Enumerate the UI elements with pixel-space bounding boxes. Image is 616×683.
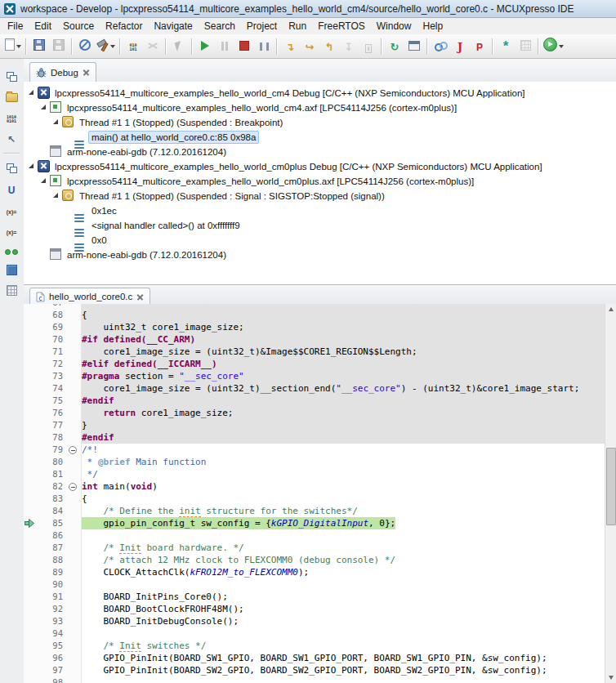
code-line-87[interactable]: 87 /* Init board hardware. */	[24, 542, 605, 554]
debug-tree-row[interactable]: lpcxpresso54114_multicore_examples_hello…	[24, 173, 616, 188]
line-number[interactable]: 81	[24, 468, 63, 480]
save-button[interactable]	[29, 37, 49, 56]
code-line-79[interactable]: 79/*!	[24, 444, 605, 456]
line-number[interactable]: 90	[24, 578, 63, 591]
debug-tree-row[interactable]: lpcxpresso54114_multicore_examples_hello…	[24, 158, 616, 173]
suspend-button[interactable]	[215, 37, 234, 56]
restart-button[interactable]: ↻	[385, 37, 404, 56]
line-number[interactable]: 71	[24, 346, 63, 358]
memory-view-button[interactable]: 10100101	[0, 109, 23, 127]
code-line-97[interactable]: 97 GPIO_PinInit(BOARD_SW2_GPIO, BOARD_SW…	[24, 664, 605, 676]
line-number[interactable]: 91	[24, 591, 63, 603]
linkserver-debug-button[interactable]	[431, 37, 450, 56]
dropdown-arrow-icon[interactable]	[559, 45, 564, 48]
line-number[interactable]: 93	[24, 615, 63, 627]
expand-arrow-icon[interactable]	[41, 105, 46, 109]
code-line-91[interactable]: 91 BOARD_InitPins_Core0();	[24, 591, 605, 603]
resume-button[interactable]	[195, 37, 215, 56]
terminate-button[interactable]	[234, 37, 254, 56]
restore-view-button[interactable]	[0, 69, 23, 87]
line-number[interactable]: 73	[24, 370, 63, 382]
expressions-view-button[interactable]: (x)=	[0, 221, 23, 239]
config-tools-button[interactable]: *	[496, 37, 516, 56]
code-line-80[interactable]: 80 * @brief Main function	[24, 456, 605, 468]
code-line-93[interactable]: 93 BOARD_InitDebugConsole();	[24, 615, 605, 627]
code-line-72[interactable]: 72#elif defined(__ICCARM__)	[24, 358, 605, 370]
debug-tree-row[interactable]: Thread #1 1 (Stopped) (Suspended : Break…	[24, 114, 616, 129]
step-into-button[interactable]: ↴	[280, 37, 300, 56]
debug-tree-row[interactable]: lpcxpresso54114_multicore_examples_hello…	[24, 85, 616, 100]
line-number[interactable]: 69	[24, 321, 63, 333]
expand-arrow-icon[interactable]	[53, 193, 58, 198]
code-line-92[interactable]: 92 BOARD_BootClockFROHF48M();	[24, 603, 605, 615]
line-number[interactable]: 78	[24, 431, 63, 444]
save-all-button[interactable]	[49, 37, 69, 56]
code-line-81[interactable]: 81 */	[24, 468, 605, 480]
menu-navigate[interactable]: Navigate	[148, 19, 198, 33]
code-line-68[interactable]: 68{	[24, 309, 605, 321]
line-number[interactable]: 77	[24, 419, 63, 431]
code-line-88[interactable]: 88 /* attach 12 MHz clock to FLEXCOMM0 (…	[24, 554, 605, 566]
debug-tree-row[interactable]: 0x1ec	[24, 203, 616, 217]
line-number[interactable]: 82	[24, 480, 63, 493]
code-line-75[interactable]: 75#endif	[24, 395, 605, 407]
code-line-90[interactable]: 90	[24, 578, 605, 591]
line-number[interactable]: 79	[24, 444, 63, 456]
menu-edit[interactable]: Edit	[29, 19, 57, 33]
menu-file[interactable]: File	[2, 19, 29, 33]
binary-tools-button[interactable]: 010101	[123, 37, 143, 56]
line-number[interactable]: 88	[24, 554, 63, 566]
drop-to-frame-button[interactable]: ↧	[339, 37, 359, 56]
selection-pointer-button[interactable]	[169, 37, 189, 56]
peripherals-view-button[interactable]	[0, 242, 23, 260]
debug-tree-row[interactable]: arm-none-eabi-gdb (7.12.0.20161204)	[24, 144, 616, 158]
debug-tree-row[interactable]: 0x0	[24, 232, 616, 247]
menu-help[interactable]: Help	[417, 19, 449, 33]
line-number[interactable]: 97	[24, 664, 63, 676]
line-number[interactable]: 75	[24, 395, 63, 407]
code-line-73[interactable]: 73#pragma section = "__sec_core"	[24, 370, 605, 382]
code-line-84[interactable]: 84 /* Define the init structure for the …	[24, 505, 605, 517]
code-line-83[interactable]: 83{	[24, 493, 605, 505]
debug-tree-row[interactable]: lpcxpresso54114_multicore_examples_hello…	[24, 100, 616, 114]
restore-view-button-2[interactable]	[0, 160, 23, 178]
menu-freertos[interactable]: FreeRTOS	[312, 19, 371, 33]
code-line-95[interactable]: 95 /* Init switches */	[24, 640, 605, 652]
scrollbar-thumb[interactable]	[606, 448, 616, 525]
code-line-89[interactable]: 89 CLOCK_AttachClk(kFRO12M_to_FLEXCOMM0)…	[24, 566, 605, 578]
cut-button[interactable]	[143, 37, 163, 56]
line-number[interactable]: 83	[24, 493, 63, 505]
menu-window[interactable]: Window	[371, 19, 417, 33]
code-line-77[interactable]: 77}	[24, 419, 605, 431]
close-icon[interactable]	[83, 69, 90, 76]
menu-source[interactable]: Source	[57, 19, 100, 33]
expand-arrow-icon[interactable]	[41, 178, 46, 183]
skip-all-breakpoints-button[interactable]	[75, 37, 95, 56]
variables-view-button[interactable]: (x)=	[0, 201, 23, 219]
line-number[interactable]: 92	[24, 603, 63, 615]
scroll-up-arrow-icon[interactable]	[605, 304, 616, 315]
code-line-82[interactable]: 82int main(void)	[24, 480, 605, 493]
pemicro-debug-button[interactable]: P	[470, 37, 489, 56]
tab-debug[interactable]: Debug	[29, 62, 96, 82]
expand-arrow-icon[interactable]	[29, 90, 33, 95]
code-line-76[interactable]: 76 return core1_image_size;	[24, 407, 605, 419]
expand-arrow-icon[interactable]	[53, 119, 58, 124]
line-number[interactable]: 86	[24, 529, 63, 542]
line-number[interactable]: 98	[24, 676, 63, 683]
code-line-98[interactable]: 98	[24, 676, 605, 683]
line-number[interactable]: 96	[24, 652, 63, 664]
line-number[interactable]: 95	[24, 640, 63, 652]
code-editor[interactable]: 6768{69 uint32_t core1_image_size;70#if …	[24, 304, 616, 683]
scroll-down-arrow-icon[interactable]	[605, 672, 616, 683]
dropdown-arrow-icon[interactable]	[110, 45, 115, 48]
project-explorer-button[interactable]	[0, 89, 23, 107]
jlink-debug-button[interactable]: J	[450, 37, 470, 56]
menu-run[interactable]: Run	[283, 19, 312, 33]
dropdown-arrow-icon[interactable]	[16, 45, 21, 48]
code-line-94[interactable]: 94	[24, 627, 605, 640]
menu-project[interactable]: Project	[241, 19, 283, 33]
line-number[interactable]: 76	[24, 407, 63, 419]
expand-arrow-icon[interactable]	[29, 163, 33, 168]
instruction-stepping-button[interactable]: i	[359, 37, 378, 56]
